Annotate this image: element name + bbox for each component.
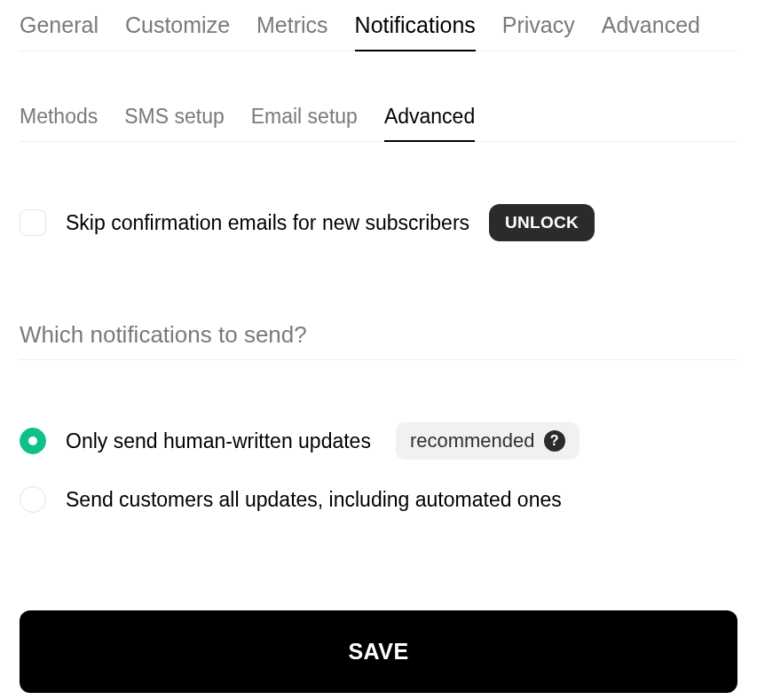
subtab-email-setup[interactable]: Email setup [251, 105, 358, 141]
tab-advanced[interactable]: Advanced [602, 12, 700, 51]
recommended-badge: recommended ? [396, 422, 580, 460]
tab-privacy[interactable]: Privacy [502, 12, 575, 51]
skip-confirmation-label: Skip confirmation emails for new subscri… [66, 211, 469, 235]
primary-tab-row: General Customize Metrics Notifications … [20, 12, 737, 51]
recommended-text: recommended [410, 429, 535, 452]
subtab-advanced[interactable]: Advanced [384, 105, 475, 141]
tab-customize[interactable]: Customize [125, 12, 230, 51]
unlock-button[interactable]: UNLOCK [489, 204, 595, 241]
radio-option-all-updates: Send customers all updates, including au… [20, 486, 737, 513]
section-heading: Which notifications to send? [20, 321, 737, 360]
tab-general[interactable]: General [20, 12, 99, 51]
radio-human-written-label: Only send human-written updates [66, 429, 371, 453]
radio-option-human-written: Only send human-written updates recommen… [20, 422, 737, 460]
subtab-sms-setup[interactable]: SMS setup [124, 105, 225, 141]
skip-confirmation-checkbox[interactable] [20, 209, 46, 236]
secondary-tab-row: Methods SMS setup Email setup Advanced [20, 105, 737, 142]
subtab-methods[interactable]: Methods [20, 105, 98, 141]
tab-notifications[interactable]: Notifications [355, 12, 476, 51]
radio-all-updates-label: Send customers all updates, including au… [66, 488, 562, 512]
skip-confirmation-row: Skip confirmation emails for new subscri… [20, 204, 737, 241]
radio-human-written[interactable] [20, 428, 46, 454]
tab-metrics[interactable]: Metrics [256, 12, 328, 51]
radio-all-updates[interactable] [20, 486, 46, 513]
save-button[interactable]: SAVE [20, 610, 737, 693]
help-icon[interactable]: ? [544, 430, 565, 452]
